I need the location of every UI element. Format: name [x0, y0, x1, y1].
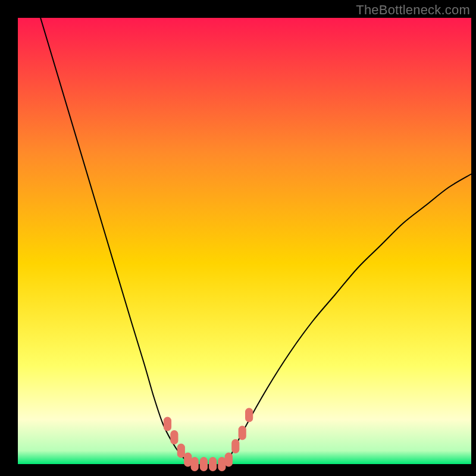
- marker-pill: [164, 417, 171, 431]
- marker-pill: [184, 453, 192, 467]
- marker-pill: [245, 408, 253, 422]
- marker-pill: [218, 457, 226, 471]
- marker-pill: [177, 444, 185, 458]
- watermark-label: TheBottleneck.com: [356, 2, 470, 18]
- marker-pill: [239, 426, 246, 440]
- marker-pill: [191, 457, 199, 471]
- marker-pill: [200, 457, 208, 471]
- plot-group: [18, 18, 471, 471]
- marker-pill: [170, 430, 178, 444]
- marker-pill: [231, 439, 239, 453]
- chart-canvas: [0, 0, 476, 476]
- marker-pill: [209, 457, 217, 471]
- marker-pill: [225, 453, 233, 467]
- plot-background: [18, 18, 471, 464]
- chart-stage: TheBottleneck.com: [0, 0, 476, 476]
